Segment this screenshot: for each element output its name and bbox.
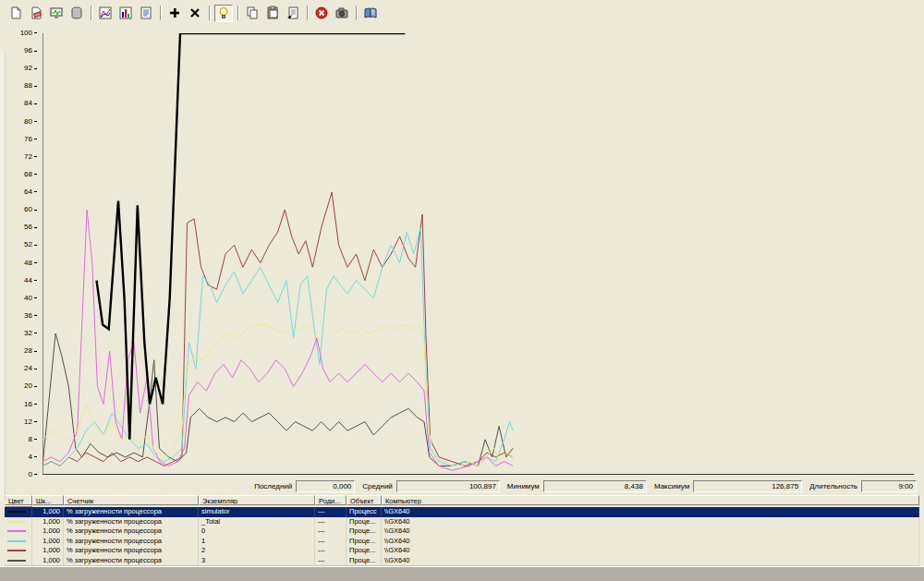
legend-col-2[interactable]: Шк... — [32, 495, 64, 505]
legend-col-4[interactable]: Экземпляр — [199, 495, 315, 505]
perfmon-window: ? 10096928884807672686460565248444036322… — [0, 0, 924, 581]
legend-cell-scale: 1,000 — [32, 546, 64, 556]
new-counter-set-icon — [8, 6, 23, 20]
update-data-icon — [334, 6, 349, 20]
update-data-button[interactable] — [333, 5, 351, 22]
highlight-button[interactable] — [214, 5, 233, 22]
toolbar-separator — [356, 6, 357, 20]
view-report-icon — [139, 6, 153, 20]
legend-cell-color — [5, 517, 32, 527]
legend-row[interactable]: 1,000% загруженности процессора1---Проце… — [5, 537, 919, 547]
y-axis-label: 92 — [0, 65, 37, 72]
view-log-data-button[interactable] — [67, 5, 86, 22]
view-current-activity-button[interactable] — [47, 5, 66, 22]
stat-avg-value: 100,897 — [396, 480, 500, 492]
add-counters-icon — [167, 6, 182, 20]
y-axis-label: 64 — [0, 188, 37, 196]
chart-area: 1009692888480767268646056524844403632282… — [0, 26, 924, 478]
legend-cell-counter: % загруженности процессора — [64, 556, 199, 566]
legend-col-1[interactable]: Цвет — [5, 495, 32, 505]
y-axis-label: 96 — [0, 47, 37, 54]
freeze-display-button[interactable] — [312, 5, 331, 22]
legend-cell-object: Проце... — [346, 517, 382, 527]
view-graph-icon — [98, 6, 113, 20]
new-counter-set-button[interactable] — [6, 5, 25, 22]
y-axis-label: 20 — [0, 382, 37, 390]
copy-properties-icon — [245, 6, 260, 20]
add-counters-button[interactable] — [165, 5, 184, 22]
legend-cell-counter: % загруженности процессора — [64, 546, 199, 556]
y-axis-label: 36 — [0, 312, 37, 320]
y-axis-label: 84 — [0, 100, 37, 107]
legend-col-5[interactable]: Роди... — [315, 495, 346, 505]
view-current-activity-icon — [49, 6, 64, 20]
y-axis-label: 12 — [0, 418, 37, 426]
legend-cell-computer: \\GX640 — [382, 556, 919, 566]
stat-avg-label: Средний — [362, 482, 393, 490]
toolbar-separator — [209, 6, 210, 20]
stat-last-label: Последний — [254, 482, 292, 490]
legend-cell-object: Проце... — [346, 556, 382, 566]
legend-cell-scale: 1,000 — [32, 537, 64, 547]
chart-series — [43, 333, 513, 466]
help-icon: ? — [363, 6, 378, 20]
legend-cell-parent: --- — [315, 507, 346, 517]
legend-cell-instance: _Total — [199, 517, 315, 527]
toolbar: ? — [0, 0, 924, 26]
legend-row[interactable]: 1,000% загруженности процессора3---Проце… — [5, 556, 919, 566]
y-axis-label: 24 — [0, 365, 37, 372]
legend-cell-parent: --- — [315, 537, 346, 547]
view-report-button[interactable] — [137, 5, 155, 22]
stat-min-label: Минимум — [507, 482, 540, 490]
stat-max-value: 126,875 — [693, 480, 802, 492]
legend-cell-instance: simulator — [199, 507, 315, 517]
legend-cell-parent: --- — [315, 546, 346, 556]
color-swatch — [7, 530, 26, 532]
legend-cell-color — [5, 527, 32, 537]
legend-row[interactable]: 1,000% загруженности процессора_Total---… — [5, 517, 919, 527]
legend-cell-counter: % загруженности процессора — [64, 537, 199, 547]
svg-text:?: ? — [371, 9, 374, 16]
y-axis-label: 52 — [0, 241, 37, 248]
clear-display-button[interactable] — [27, 5, 45, 22]
bottom-bar — [0, 566, 924, 581]
y-axis-label: 8 — [0, 436, 37, 443]
stat-max-label: Максимум — [654, 482, 689, 490]
legend-cell-color — [5, 537, 32, 547]
help-button[interactable]: ? — [361, 5, 380, 22]
properties-icon — [286, 6, 300, 20]
stat-duration-value: 9:00 — [861, 480, 917, 492]
legend-cell-scale: 1,000 — [32, 527, 64, 537]
properties-button[interactable] — [284, 5, 302, 22]
legend-cell-computer: \\GX640 — [382, 546, 919, 556]
legend-col-3[interactable]: Счетчик — [64, 495, 199, 505]
freeze-display-icon — [314, 6, 329, 20]
legend-col-7[interactable]: Компьютер — [382, 495, 919, 505]
view-histogram-button[interactable] — [116, 5, 135, 22]
legend-cell-instance: 2 — [199, 546, 315, 556]
legend-cell-computer: \\GX640 — [382, 537, 919, 547]
y-axis-label: 56 — [0, 224, 37, 231]
y-axis-label: 28 — [0, 347, 37, 355]
legend-cell-object: Проце... — [346, 527, 382, 537]
legend-row[interactable]: 1,000% загруженности процессора2---Проце… — [5, 546, 919, 556]
view-histogram-icon — [118, 6, 133, 20]
paste-counter-list-button[interactable] — [263, 5, 282, 22]
legend-cell-scale: 1,000 — [32, 507, 64, 517]
legend-table: ЦветШк...СчетчикЭкземплярРоди...ОбъектКо… — [0, 495, 924, 566]
legend-row[interactable]: 1,000% загруженности процессораsimulator… — [5, 507, 919, 517]
y-axis-label: 4 — [0, 454, 37, 461]
legend-rows: 1,000% загруженности процессораsimulator… — [5, 507, 919, 566]
legend-col-6[interactable]: Объект — [346, 495, 382, 505]
legend-cell-counter: % загруженности процессора — [64, 507, 199, 517]
legend-cell-color — [5, 556, 32, 566]
delete-counter-button[interactable] — [186, 5, 204, 22]
y-axis-label: 80 — [0, 118, 37, 126]
legend-row[interactable]: 1,000% загруженности процессора0---Проце… — [5, 527, 919, 537]
delete-counter-icon — [188, 6, 202, 20]
view-graph-button[interactable] — [96, 5, 115, 22]
copy-properties-button[interactable] — [243, 5, 261, 22]
stat-min-value: 8,438 — [543, 480, 647, 492]
legend-cell-scale: 1,000 — [32, 517, 64, 527]
legend-cell-counter: % загруженности процессора — [64, 517, 199, 527]
